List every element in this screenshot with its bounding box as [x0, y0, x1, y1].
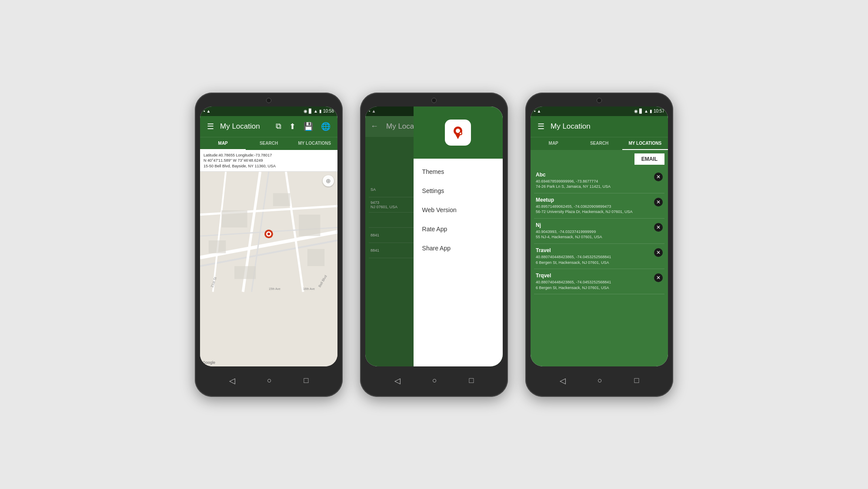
location-info-travel: Travel 40.880740448423865, -74.045325256… [536, 247, 654, 265]
location-item-abc: Abc 40.694678599999996, -73.8677774 74-2… [534, 168, 664, 193]
phone-3: ▪ ▲ ◉ ▊ ▲ ▮ 10:57 ☰ My Location MAP SEAR… [525, 93, 673, 397]
location-info-nj: Nj 40.9043993, -74.03237419999999 55 NJ-… [536, 222, 654, 240]
location-coords-nj: 40.9043993, -74.03237419999999 55 NJ-4, … [536, 229, 654, 240]
nav-bar-1: ◁ ○ □ [200, 370, 337, 392]
menu-icon-3[interactable]: ☰ [536, 120, 546, 133]
phone-screen-3: ▪ ▲ ◉ ▊ ▲ ▮ 10:57 ☰ My Location MAP SEAR… [531, 106, 668, 366]
app-title-1: My Location [220, 122, 270, 131]
location-item-nj: Nj 40.9043993, -74.03237419999999 55 NJ-… [534, 219, 664, 244]
status-icons-right-1: ◉ ▊ ▲ ▮ 10:58 [304, 109, 334, 113]
location-icon-3: ◉ [634, 109, 638, 113]
location-info-abc: Abc 40.694678599999996, -73.8677774 74-2… [536, 172, 654, 190]
location-coords-travel: 40.880740448423865, -74.0453252568841 6 … [536, 254, 654, 265]
menu-item-themes[interactable]: Themes [414, 162, 503, 181]
menu-header-2 [414, 106, 503, 159]
tab-map-3[interactable]: MAP [531, 137, 576, 150]
signal-icon-3: ▪ [534, 109, 536, 113]
location-icon-1: ◉ [304, 109, 307, 113]
remove-btn-trqvel[interactable]: ✕ [654, 273, 663, 282]
back-btn-1[interactable]: ◁ [229, 376, 235, 386]
tab-search-1[interactable]: SEARCH [246, 137, 291, 150]
phone-screen-1: ▪ ▲ ◉ ▊ ▲ ▮ 10:58 ☰ My Location ⧉ ⬆ 💾 🌐 … [200, 106, 337, 366]
remove-btn-meetup[interactable]: ✕ [654, 198, 663, 206]
svg-rect-14 [307, 249, 325, 266]
status-icons-right-3: ◉ ▊ ▲ ▮ 10:57 [634, 109, 664, 113]
svg-rect-11 [299, 215, 320, 236]
wifi-icon-3: ▲ [537, 109, 541, 113]
menu-item-shareapp[interactable]: Share App [414, 239, 503, 258]
home-btn-2[interactable]: ○ [432, 376, 437, 385]
phone-screen-2: ▪ ▲ ◉ ▊ ▲ ▮ 10:57 ← My Location SA ✕ [365, 106, 503, 366]
remove-btn-nj[interactable]: ✕ [654, 223, 663, 232]
menu-panel-2: Themes Settings Web Version Rate App Sha… [414, 106, 503, 366]
menu-item-webversion[interactable]: Web Version [414, 200, 503, 220]
tab-search-3[interactable]: SEARCH [576, 137, 622, 150]
google-logo-1: Google [203, 360, 215, 365]
location-name-nj: Nj [536, 222, 654, 228]
signal-bars-1: ▊ [309, 109, 312, 113]
phone-2: ▪ ▲ ◉ ▊ ▲ ▮ 10:57 ← My Location SA ✕ [360, 93, 508, 397]
map-info-1: Latitude:40.78655 Longitude:-73.78017 N … [200, 150, 337, 172]
share-icon-1[interactable]: ⬆ [287, 120, 297, 133]
phone-camera-1 [266, 98, 271, 103]
location-name-travel: Travel [536, 247, 654, 253]
location-item-meetup: Meetup 40.89571489062455, -74.0362090989… [534, 193, 664, 219]
recent-btn-2[interactable]: □ [469, 376, 474, 385]
phone-camera-2 [431, 98, 437, 103]
info-icon-1[interactable]: 🌐 [319, 120, 332, 133]
locations-content-3: EMAIL Abc 40.694678599999996, -73.867777… [531, 150, 668, 366]
copy-icon-1[interactable]: ⧉ [274, 120, 283, 133]
menu-item-rateapp[interactable]: Rate App [414, 220, 503, 239]
tab-mylocations-3[interactable]: MY LOCATIONS [622, 137, 668, 150]
status-bar-3: ▪ ▲ ◉ ▊ ▲ ▮ 10:57 [531, 106, 668, 116]
signal-bars-3: ▊ [639, 109, 643, 113]
save-icon-1[interactable]: 💾 [302, 120, 315, 133]
menu-app-icon-2 [445, 120, 471, 146]
status-icons-left-1: ▪ ▲ [204, 109, 210, 113]
tab-map-1[interactable]: MAP [200, 137, 246, 150]
recent-btn-1[interactable]: □ [304, 376, 308, 385]
svg-point-29 [460, 133, 461, 134]
wifi-icon-1: ▲ [207, 109, 211, 113]
menu-overlay-2: Themes Settings Web Version Rate App Sha… [365, 106, 503, 366]
app-bar-3: ☰ My Location [531, 116, 668, 137]
phone-camera-3 [597, 98, 602, 103]
svg-rect-9 [221, 210, 247, 228]
app-bar-1: ☰ My Location ⧉ ⬆ 💾 🌐 [200, 116, 337, 137]
tab-mylocations-1[interactable]: MY LOCATIONS [292, 137, 337, 150]
email-button-3[interactable]: EMAIL [634, 153, 664, 165]
home-btn-1[interactable]: ○ [267, 376, 272, 385]
phone-1: ▪ ▲ ◉ ▊ ▲ ▮ 10:58 ☰ My Location ⧉ ⬆ 💾 🌐 … [195, 93, 343, 397]
menu-item-settings[interactable]: Settings [414, 181, 503, 200]
remove-btn-abc[interactable]: ✕ [654, 173, 663, 181]
location-info-trqvel: Trqvel 40.880740448423865, -74.045325256… [536, 273, 654, 290]
menu-icon-1[interactable]: ☰ [205, 120, 216, 133]
location-name-trqvel: Trqvel [536, 273, 654, 279]
svg-text:16th Ave: 16th Ave [303, 287, 315, 290]
back-btn-3[interactable]: ◁ [560, 376, 566, 386]
remove-btn-travel[interactable]: ✕ [654, 248, 663, 257]
map-address-1: 15-50 Bell Blvd, Bayside, NY 11360, USA [204, 163, 334, 169]
location-name-meetup: Meetup [536, 197, 654, 203]
tab-bar-1: MAP SEARCH MY LOCATIONS [200, 137, 337, 150]
wifi-icon-r3: ▲ [644, 109, 648, 113]
recent-btn-3[interactable]: □ [634, 376, 639, 385]
map-container-1[interactable]: Bell Blvd 21st St 15th Ave 16th Ave ⊕ Go… [200, 172, 337, 366]
battery-icon-3: ▮ [650, 109, 652, 113]
wifi-icon-r1: ▲ [314, 109, 318, 113]
svg-rect-10 [273, 193, 290, 206]
svg-text:15th Ave: 15th Ave [269, 287, 280, 290]
status-icons-left-3: ▪ ▲ [534, 109, 541, 113]
svg-rect-12 [209, 240, 226, 253]
map-dms-1: N 40°47'11.589" W 73°46'48.6249 [204, 158, 334, 163]
back-btn-2[interactable]: ◁ [394, 376, 401, 386]
home-btn-3[interactable]: ○ [598, 376, 602, 385]
time-1: 10:58 [323, 109, 334, 113]
location-name-abc: Abc [536, 172, 654, 178]
tab-bar-3: MAP SEARCH MY LOCATIONS [531, 137, 668, 150]
menu-items-2: Themes Settings Web Version Rate App Sha… [414, 159, 503, 366]
nav-bar-2: ◁ ○ □ [365, 370, 503, 392]
time-3: 10:57 [654, 109, 664, 113]
map-coords-1: Latitude:40.78655 Longitude:-73.78017 [204, 153, 334, 158]
location-item-travel: Travel 40.880740448423865, -74.045325256… [534, 244, 664, 269]
